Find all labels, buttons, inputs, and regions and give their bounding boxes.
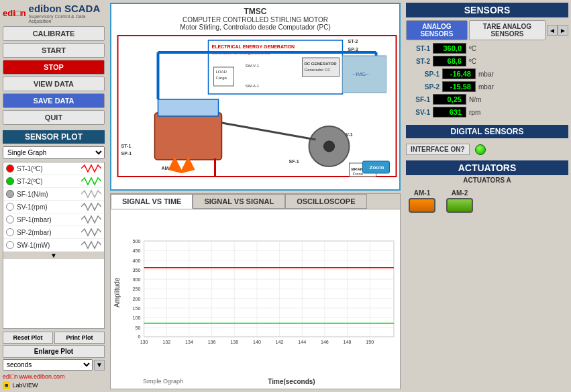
reading-row-sf1: SF-1 0,25 N/m <box>406 94 568 105</box>
diagram-subtitle2: Motor Stirling, Controlado desde Computa… <box>111 23 399 31</box>
svg-text:144: 144 <box>298 340 306 345</box>
plot-type-select[interactable]: Single Graph <box>3 146 105 159</box>
sv1-label: SV-1(rpm) <box>17 203 81 211</box>
enlarge-plot-button[interactable]: Enlarge Plot <box>3 345 105 358</box>
diagram-title: TMSC <box>111 4 399 16</box>
digital-sensors-header: DIGITAL SENSORS <box>406 125 568 138</box>
quit-button[interactable]: QUIT <box>3 110 105 125</box>
app-title: edibon SCADA <box>29 3 105 14</box>
svg-text:ELECTRICAL ENERGY GENERATION: ELECTRICAL ENERGY GENERATION <box>212 44 295 49</box>
logo-area: edi□n edibon SCADA Supervisory Control &… <box>3 3 105 23</box>
svg-text:LOAD: LOAD <box>216 70 227 74</box>
svg-text:300: 300 <box>133 277 141 283</box>
labview-label: LabVIEW <box>12 382 38 389</box>
edibon-footer: edi□n www.edibon.com <box>3 373 105 380</box>
control-buttons: CALIBRATE START STOP VIEW DATA SAVE DATA… <box>3 26 105 125</box>
time-scroll-icon[interactable]: ▼ <box>94 360 105 371</box>
svg-rect-23 <box>158 99 219 116</box>
time-unit-select[interactable]: seconds <box>3 359 93 371</box>
tab-oscilloscope[interactable]: OSCILLOSCOPE <box>285 194 366 209</box>
svg-text:450: 450 <box>133 248 141 254</box>
app-subtitle: Supervisory Control & Data Acquisition <box>29 14 105 23</box>
savedata-button[interactable]: SAVE DATA <box>3 93 105 108</box>
sp2-color-dot <box>6 228 14 236</box>
plot-area: Amplitude <box>111 209 400 375</box>
svg-text:~IMG~: ~IMG~ <box>353 71 370 77</box>
am2-button[interactable] <box>446 198 473 213</box>
sf1-color-dot <box>6 190 14 198</box>
tab-tare-sensors[interactable]: TARE ANALOG SENSORS <box>469 20 546 40</box>
svg-text:140: 140 <box>253 340 261 345</box>
edibon-logo-icon: edi□n <box>3 8 26 18</box>
sensor-readings: ST-1 360,0 ºC ST-2 68,6 ºC SP-1 -16,48 m… <box>406 43 568 119</box>
am1-label: AM-1 <box>414 189 430 197</box>
actuators-sub: ACTUATORS A <box>406 177 568 184</box>
reading-row-st2: ST-2 68,6 ºC <box>406 56 568 66</box>
st2-wave-icon <box>81 177 101 186</box>
st1-reading-value: 360,0 <box>433 43 466 54</box>
am1-button[interactable] <box>409 198 435 213</box>
reading-row-sp1: SP-1 -16,48 mbar <box>406 68 568 79</box>
svg-text:100: 100 <box>133 315 141 321</box>
sensor-tabs: ANALOG SENSORS TARE ANALOG SENSORS ◄ ► <box>406 20 568 40</box>
sp2-label: SP-2(mbar) <box>17 229 81 236</box>
start-button[interactable]: START <box>3 43 105 58</box>
stop-button[interactable]: STOP <box>3 60 105 75</box>
svg-rect-4 <box>303 58 340 77</box>
svg-text:SW-V-1: SW-V-1 <box>246 64 260 68</box>
st2-color-dot <box>6 177 14 185</box>
sf1-label: SF-1(N/m) <box>17 191 81 198</box>
st2-reading-label: ST-2 <box>406 58 430 65</box>
sv1-wave-icon <box>81 202 101 211</box>
sp1-label: SP-1(mbar) <box>17 216 81 224</box>
svg-text:ST-2: ST-2 <box>348 39 358 44</box>
sf1-reading-unit: N/m <box>469 96 481 103</box>
svg-text:Generador CC: Generador CC <box>305 68 331 72</box>
plot-container: SIGNAL VS TIME SIGNAL VS SIGNAL OSCILLOS… <box>110 193 401 389</box>
diagram-subtitle1: COMPUTER CONTROLLED STIRLING MOTOR <box>111 16 399 23</box>
x-axis-label: Time(seconds) <box>189 378 395 385</box>
sw1-color-dot <box>6 241 14 249</box>
nav-prev-arrow[interactable]: ◄ <box>547 25 558 36</box>
sv1-reading-value: 631 <box>433 107 466 117</box>
simple-ograph-label: Simple Ograph <box>138 377 189 386</box>
tab-signal-vs-signal[interactable]: SIGNAL VS SIGNAL <box>193 194 285 209</box>
svg-text:150: 150 <box>366 340 374 345</box>
st2-reading-value: 68,6 <box>433 56 466 66</box>
svg-text:500: 500 <box>133 239 141 244</box>
calibrate-button[interactable]: CALIBRATE <box>3 26 105 41</box>
nav-next-arrow[interactable]: ► <box>558 25 568 36</box>
sp2-reading-unit: mbar <box>478 83 494 91</box>
actuators-row: AM-1 AM-2 <box>406 187 568 215</box>
actuator-am2: AM-2 <box>446 189 473 213</box>
svg-text:350: 350 <box>133 268 141 273</box>
x-axis-row: Simple Ograph Time(seconds) <box>111 375 400 389</box>
viewdata-button[interactable]: VIEW DATA <box>3 77 105 91</box>
svg-text:ST-1: ST-1 <box>121 144 132 148</box>
tab-signal-vs-time[interactable]: SIGNAL VS TIME <box>111 194 193 209</box>
reset-plot-button[interactable]: Reset Plot <box>3 332 53 344</box>
svg-text:SP-2: SP-2 <box>348 47 359 52</box>
svg-text:Carga: Carga <box>216 76 227 80</box>
nav-arrows: ◄ ► <box>547 25 568 36</box>
bottom-buttons: Reset Plot Print Plot <box>3 332 105 344</box>
sv1-reading-label: SV-1 <box>406 109 430 116</box>
tab-analog-sensors[interactable]: ANALOG SENSORS <box>406 20 468 40</box>
scroll-down-arrow[interactable]: ▼ <box>3 252 104 259</box>
diagram-svg: ELECTRICAL ENERGY GENERATION Generación … <box>111 32 399 180</box>
svg-text:SF-1: SF-1 <box>289 159 299 164</box>
sp1-reading-value: -16,48 <box>442 68 476 79</box>
svg-text:136: 136 <box>208 340 216 345</box>
list-item: SP-2(mbar) <box>3 226 104 239</box>
labview-icon: ■ <box>3 381 10 389</box>
st1-color-dot <box>6 164 14 173</box>
list-item: SW-1(mW) <box>3 239 104 252</box>
sv1-reading-unit: rpm <box>469 109 480 116</box>
labview-badge: ■ LabVIEW <box>3 381 105 389</box>
interface-led <box>475 144 486 155</box>
print-plot-button[interactable]: Print Plot <box>54 332 105 344</box>
actuators-header: ACTUATORS <box>406 160 568 175</box>
time-select-row: seconds ▼ <box>3 359 105 371</box>
sensor-plot-header: SENSOR PLOT <box>3 130 105 144</box>
svg-text:150: 150 <box>133 306 141 311</box>
